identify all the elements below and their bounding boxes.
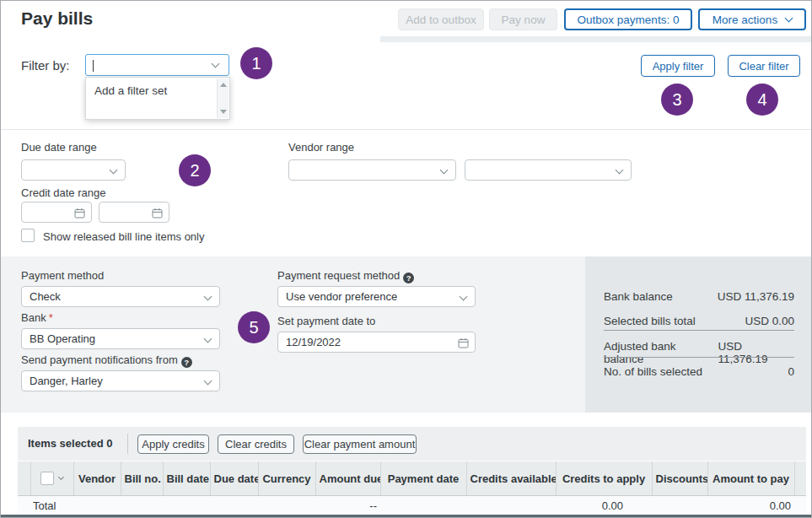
show-released-label: Show released bill line items only [43,230,204,243]
add-filter-set-option[interactable]: Add a filter set [94,84,167,97]
apply-credits-button[interactable]: Apply credits [137,434,209,454]
bank-label: Bank* [21,311,53,324]
chevron-down-icon[interactable] [212,60,220,68]
clear-credits-button[interactable]: Clear credits [218,434,294,454]
callout-5: 5 [238,311,270,343]
callout-3: 3 [661,84,693,116]
credit-date-range-label: Credit date range [21,186,105,199]
summary-row: Bank balance USD 11,376.19 [604,290,794,303]
vendor-range-from-select[interactable] [288,159,456,181]
due-date-range-select[interactable] [21,159,126,181]
filter-set-popup: Add a filter set [85,77,230,120]
request-label-text: Payment request method [277,269,400,282]
chevron-down-icon [440,166,449,175]
credit-date-to-input[interactable] [99,202,169,223]
chevron-down-icon[interactable] [58,474,64,480]
col-due-date[interactable]: Due date [210,461,258,496]
vendor-range-to-select[interactable] [465,159,632,181]
notifications-label-text: Send payment notifications from [21,353,178,366]
callout-1: 1 [240,47,272,79]
total-credits-to-apply: 0.00 [556,496,652,515]
calendar-icon[interactable] [74,208,85,221]
bottom-edge-strip [1,515,811,517]
selected-bills-total-value: USD 0.00 [745,315,794,327]
credit-date-from-input[interactable] [21,202,92,223]
items-selected-label: Items selected 0 [28,437,112,450]
col-credits-available[interactable]: Credits available [466,461,556,496]
total-empty [794,496,806,515]
payment-method-value: Check [30,290,61,303]
bank-balance-value: USD 11,376.19 [718,290,794,303]
chevron-down-icon [204,293,212,301]
scroll-down-icon[interactable] [220,110,227,114]
callout-4: 4 [746,84,778,116]
chevron-down-icon [204,335,212,343]
col-right-spacer [794,461,806,496]
col-payment-date[interactable]: Payment date [380,461,466,496]
col-bill-date[interactable]: Bill date [163,461,210,496]
payment-request-method-select[interactable]: Use vendor preference [277,286,476,307]
adjusted-bank-balance-label: Adjusted bank balance [604,340,718,365]
help-icon[interactable]: ? [181,357,192,368]
section-divider [1,129,811,130]
bills-table: Vendor Bill no. Bill date Due date Curre… [18,461,806,515]
bank-label-text: Bank [21,311,46,324]
outbox-payments-button[interactable]: Outbox payments: 0 [564,8,692,30]
pay-bills-page: Pay bills Add to outbox Pay now Outbox p… [0,0,812,518]
chevron-down-icon [460,293,468,301]
payment-request-method-label: Payment request method? [277,269,414,283]
summary-divider [604,330,794,331]
calendar-icon[interactable] [458,337,469,351]
selected-bills-total-label: Selected bills total [604,315,696,327]
col-amount-to-pay[interactable]: Amount to pay [707,461,794,496]
summary-row: Adjusted bank balance USD 11,376.19 [604,340,794,365]
chevron-down-icon [110,166,118,175]
help-icon[interactable]: ? [403,272,414,283]
notifications-from-select[interactable]: Danger, Harley [21,370,220,391]
filter-set-combobox[interactable] [85,54,229,76]
payment-method-label: Payment method [21,269,104,282]
chevron-down-icon [204,377,212,386]
col-credits-to-apply[interactable]: Credits to apply [556,461,652,496]
filter-by-label: Filter by: [21,58,70,73]
col-amount-due[interactable]: Amount due [315,461,380,496]
summary-divider [604,357,794,358]
payment-method-select[interactable]: Check [21,286,220,307]
bills-selected-count-value: 0 [788,365,794,378]
col-bill-no[interactable]: Bill no. [121,461,163,496]
col-currency[interactable]: Currency [258,461,315,496]
required-asterisk: * [49,311,53,324]
payment-date-input[interactable]: 12/19/2022 [277,332,476,353]
apply-filter-button[interactable]: Apply filter [641,55,715,77]
col-vendor[interactable]: Vendor [73,461,121,496]
calendar-icon[interactable] [152,208,163,221]
notifications-from-value: Danger, Harley [30,375,103,387]
more-actions-label: More actions [713,13,777,26]
more-actions-button[interactable]: More actions [698,8,806,30]
total-amount-due: -- [315,496,380,515]
due-date-range-label: Due date range [21,141,97,154]
add-to-outbox-button[interactable]: Add to outbox [398,8,484,30]
show-released-checkbox[interactable] [21,229,35,242]
select-all-checkbox[interactable] [40,472,54,485]
bank-balance-label: Bank balance [604,290,673,303]
notifications-from-label: Send payment notifications from? [21,353,192,368]
total-empty [380,496,556,515]
chevron-down-icon [616,166,624,175]
payment-date-value: 12/19/2022 [286,336,341,348]
pay-now-button[interactable]: Pay now [489,8,557,30]
total-amount-to-pay: 0.00 [707,496,794,515]
popup-scrollbar[interactable] [217,78,229,118]
vendor-range-label: Vendor range [288,141,354,154]
col-discounts[interactable]: Discounts [652,461,707,496]
bank-select[interactable]: BB Operating [21,328,220,349]
total-empty [652,496,707,515]
clear-filter-button[interactable]: Clear filter [728,55,800,77]
summary-row: No. of bills selected 0 [604,365,794,378]
page-title: Pay bills [21,8,93,29]
bank-value: BB Operating [30,332,95,345]
clear-payment-amount-button[interactable]: Clear payment amount [303,434,417,454]
text-caret [93,60,94,72]
scroll-up-icon[interactable] [220,83,227,87]
table-toolbar: Items selected 0 Apply credits Clear cre… [18,427,806,461]
